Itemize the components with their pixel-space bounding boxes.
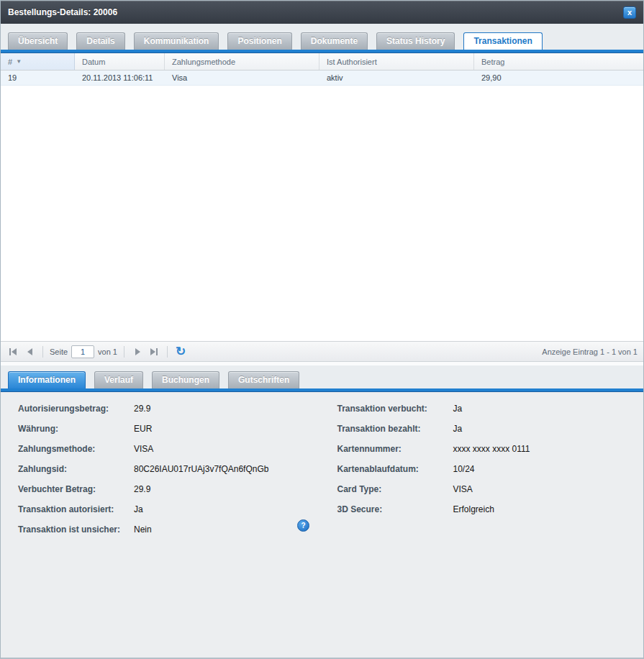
info-value: 29.9: [134, 404, 150, 414]
tab-positionen[interactable]: Positionen: [227, 32, 291, 50]
info-label: Währung:: [18, 424, 134, 434]
transactions-table-header: # ▼ Datum Zahlungsmethode Ist Authorisie…: [1, 53, 643, 71]
column-header-id-label: #: [8, 58, 12, 66]
cell-id: 19: [1, 73, 75, 82]
info-label: Zahlungsmethode:: [18, 444, 134, 454]
cell-betrag: 29,90: [474, 73, 643, 82]
prev-page-button[interactable]: [23, 345, 36, 358]
info-value: VISA: [134, 444, 153, 454]
info-label: Transaktion autorisiert:: [18, 504, 134, 514]
info-value: Ja: [453, 404, 463, 414]
cell-ist-authorisiert: aktiv: [319, 73, 474, 82]
last-page-button[interactable]: [148, 345, 160, 358]
tab-verlauf[interactable]: Verlauf: [94, 371, 143, 388]
info-row-waehrung: Währung: EUR: [18, 422, 322, 435]
refresh-icon: ↻: [176, 345, 186, 358]
pagination-toolbar: Seite von 1 ↻ Anzeige Eintrag 1 - 1 von …: [1, 341, 643, 362]
info-label: Verbuchter Betrag:: [18, 484, 134, 494]
sub-tab-strip: Informationen Verlauf Buchungen Gutschri…: [1, 365, 643, 388]
tab-dokumente[interactable]: Dokumente: [301, 32, 368, 50]
sort-desc-icon: ▼: [16, 59, 22, 65]
table-row[interactable]: 19 20.11.2013 11:06:11 Visa aktiv 29,90: [1, 71, 643, 86]
info-value: VISA: [453, 484, 473, 494]
tab-status-history[interactable]: Status History: [376, 32, 455, 50]
toolbar-separator: [124, 346, 124, 358]
toolbar-separator: [167, 346, 168, 358]
column-header-id[interactable]: # ▼: [1, 53, 75, 70]
info-row-3d-secure: 3D Secure: Erfolgreich: [337, 503, 644, 515]
first-page-icon: [9, 348, 11, 355]
info-row-transaktion-verbucht: Transaktion verbucht: Ja: [337, 402, 644, 414]
info-row-zahlungsmethode: Zahlungsmethode: VISA: [18, 442, 322, 455]
first-page-arrow-icon: [12, 348, 17, 355]
cell-datum: 20.11.2013 11:06:11: [75, 73, 165, 82]
info-value: 29.9: [134, 484, 150, 494]
info-value: Ja: [134, 504, 143, 514]
info-value: 80C26IAU017rUAj3v7fQAn6fQnGb: [134, 464, 268, 474]
info-value: Erfolgreich: [453, 504, 494, 514]
prev-page-icon: [27, 348, 32, 355]
page-input[interactable]: [71, 345, 94, 358]
tab-details[interactable]: Details: [76, 32, 124, 50]
info-label: Transaktion verbucht:: [337, 404, 453, 414]
table-empty-area: [1, 86, 643, 341]
toolbar-separator: [42, 346, 43, 358]
titlebar: Bestellungs-Details: 20006 x: [1, 1, 643, 24]
next-page-icon: [135, 348, 140, 355]
info-label: 3D Secure:: [337, 504, 453, 514]
info-value: Nein: [134, 524, 152, 535]
column-header-datum[interactable]: Datum: [75, 53, 165, 70]
info-row-autorisierungsbetrag: Autorisierungsbetrag: 29.9: [18, 402, 322, 414]
info-row-kartenablaufdatum: Kartenablaufdatum: 10/24: [337, 463, 644, 475]
info-column-right: Transaktion verbucht: Ja Transaktion bez…: [322, 402, 644, 543]
info-row-verbuchter-betrag: Verbuchter Betrag: 29.9: [18, 483, 322, 495]
info-value: xxxx xxxx xxxx 0111: [453, 444, 530, 454]
info-value: EUR: [134, 424, 152, 434]
last-page-arrow-icon: [150, 348, 155, 355]
info-row-transaktion-ist-unsicher: Transaktion ist unsicher: Nein: [18, 523, 322, 535]
info-label: Transaktion ist unsicher:: [18, 524, 134, 535]
info-value: 10/24: [453, 464, 475, 474]
last-page-icon: [156, 348, 158, 355]
column-header-ist-authorisiert[interactable]: Ist Authorisiert: [319, 53, 474, 70]
info-row-zahlungsid: Zahlungsid: 80C26IAU017rUAj3v7fQAn6fQnGb: [18, 463, 322, 475]
info-label: Transaktion bezahlt:: [337, 424, 453, 434]
order-details-window: Bestellungs-Details: 20006 x Übersicht D…: [0, 0, 644, 659]
info-row-transaktion-autorisiert: Transaktion autorisiert: Ja: [18, 503, 322, 515]
tab-transaktionen[interactable]: Transaktionen: [463, 32, 542, 50]
info-column-left: Autorisierungsbetrag: 29.9 Währung: EUR …: [1, 402, 322, 543]
information-panel: Autorisierungsbetrag: 29.9 Währung: EUR …: [1, 392, 643, 658]
info-label: Zahlungsid:: [18, 464, 134, 474]
column-header-zahlungsmethode-label: Zahlungsmethode: [172, 58, 235, 66]
cell-zahlungsmethode: Visa: [165, 73, 319, 82]
tab-gutschriften[interactable]: Gutschriften: [228, 371, 299, 388]
window-title: Bestellungs-Details: 20006: [8, 7, 117, 17]
top-tab-strip: Übersicht Details Kommunikation Position…: [1, 24, 643, 50]
info-label: Card Type:: [337, 484, 453, 494]
tab-uebersicht[interactable]: Übersicht: [8, 32, 68, 50]
next-page-button[interactable]: [131, 345, 144, 358]
column-header-betrag-label: Betrag: [481, 58, 504, 66]
info-row-kartennummer: Kartennummer: xxxx xxxx xxxx 0111: [337, 442, 644, 455]
help-button[interactable]: ?: [297, 519, 309, 532]
column-header-zahlungsmethode[interactable]: Zahlungsmethode: [165, 53, 319, 70]
column-header-datum-label: Datum: [82, 58, 105, 66]
help-icon: ?: [301, 522, 305, 530]
paging-status: Anzeige Eintrag 1 - 1 von 1: [542, 347, 638, 356]
first-page-button[interactable]: [6, 345, 19, 358]
column-header-ist-authorisiert-label: Ist Authorisiert: [327, 58, 377, 66]
info-label: Kartennummer:: [337, 444, 453, 454]
tab-informationen[interactable]: Informationen: [8, 371, 86, 388]
info-label: Autorisierungsbetrag:: [18, 404, 134, 414]
info-value: Ja: [453, 424, 463, 434]
info-row-transaktion-bezahlt: Transaktion bezahlt: Ja: [337, 422, 644, 435]
info-label: Kartenablaufdatum:: [337, 464, 453, 474]
close-button[interactable]: x: [623, 6, 636, 19]
tab-buchungen[interactable]: Buchungen: [152, 371, 219, 388]
refresh-button[interactable]: ↻: [176, 346, 186, 358]
column-header-betrag[interactable]: Betrag: [474, 53, 643, 70]
info-row-card-type: Card Type: VISA: [337, 483, 644, 495]
close-icon: x: [627, 8, 632, 17]
tab-kommunikation[interactable]: Kommunikation: [134, 32, 219, 50]
page-count-label: von 1: [98, 347, 117, 356]
